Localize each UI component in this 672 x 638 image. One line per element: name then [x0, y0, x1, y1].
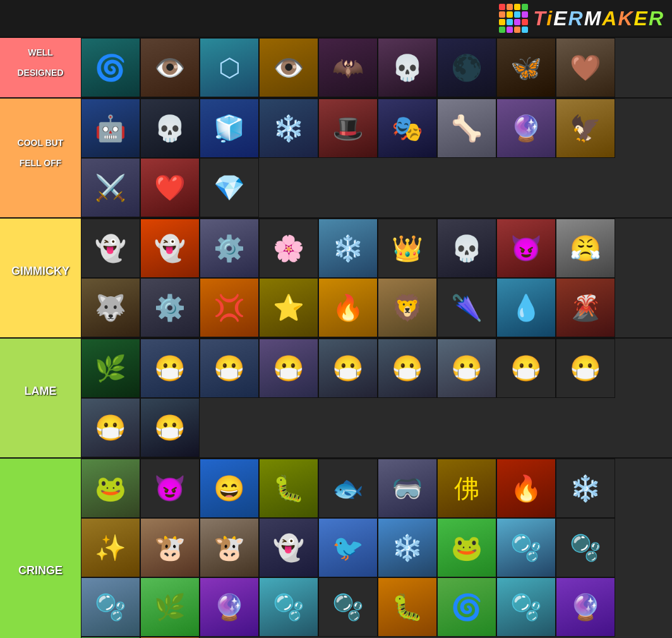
character-symbol: 🐸	[95, 476, 126, 501]
character-symbol: ⭐	[273, 295, 304, 320]
tier-item[interactable]: 🌿	[81, 339, 140, 398]
tier-item[interactable]: 🌂	[437, 278, 496, 337]
logo-cell	[507, 4, 513, 10]
tier-item[interactable]: 佛	[437, 459, 496, 518]
tier-item[interactable]: 👑	[378, 219, 437, 278]
tier-item[interactable]: 💢	[200, 278, 259, 337]
tier-label-text: GIMMICKY	[11, 265, 69, 278]
character-symbol: 🐮	[213, 535, 245, 560]
tier-item[interactable]: 😷	[496, 339, 556, 398]
tier-item[interactable]: ❄️	[318, 219, 378, 278]
tier-item[interactable]: 💎	[200, 158, 259, 217]
tier-item[interactable]: 🫧	[318, 577, 378, 637]
tier-item[interactable]: 🌀	[437, 577, 496, 637]
tier-item[interactable]: 😷	[200, 339, 259, 398]
tier-item[interactable]: 🐺	[81, 278, 140, 337]
tier-item[interactable]: 😷	[259, 339, 318, 398]
character-symbol: 😷	[570, 356, 601, 381]
tier-item[interactable]: 🤎	[556, 38, 615, 97]
tier-item[interactable]: 😷	[437, 339, 496, 398]
tier-item[interactable]: 😤	[556, 219, 615, 278]
logo-cell	[522, 11, 528, 18]
tier-item[interactable]: 😈	[496, 219, 556, 278]
tier-item[interactable]: 🐸	[437, 518, 496, 577]
tier-item[interactable]: 🐮	[140, 518, 200, 577]
character-symbol: 🐛	[392, 594, 423, 620]
tier-item[interactable]: ⭐	[259, 278, 318, 337]
tier-item[interactable]: 🦴	[437, 99, 496, 158]
tier-item[interactable]: 😄	[200, 459, 259, 518]
tier-item[interactable]: 😷	[140, 339, 200, 398]
tier-item[interactable]: ⚔️	[81, 158, 140, 217]
tier-item[interactable]: 🔮	[556, 577, 615, 637]
character-symbol: 🐸	[451, 535, 483, 560]
tier-item[interactable]: 👻	[259, 518, 318, 577]
tier-item[interactable]: 🔥	[318, 278, 378, 337]
tier-item[interactable]: 👻	[140, 219, 200, 278]
character-symbol: ❄️	[570, 476, 601, 501]
tier-item[interactable]: 🌋	[556, 278, 615, 337]
tier-item[interactable]: 🥽	[378, 459, 437, 518]
logo-cell	[514, 4, 520, 10]
tier-item[interactable]: 🦇	[318, 38, 378, 97]
tier-item[interactable]: 🔮	[200, 577, 259, 637]
tier-item[interactable]: 🔥	[496, 459, 556, 518]
tier-item[interactable]: 💀	[437, 219, 496, 278]
tier-item[interactable]: ❤️	[140, 158, 200, 217]
tier-item[interactable]: ⚙️	[140, 278, 200, 337]
character-symbol: 🐦	[332, 535, 364, 560]
tier-content-cringe: 🐸😈😄🐛🐟🥽佛🔥❄️✨🐮🐮👻🐦❄️🐸🫧🫧🫧🌿🔮🫧🫧🐛🌀🫧🔮🫧🫧	[81, 459, 672, 638]
character-symbol: 佛	[454, 476, 479, 501]
tier-item[interactable]: 🌀	[81, 38, 140, 97]
tier-item[interactable]: ⚙️	[200, 219, 259, 278]
tier-item[interactable]: 🫧	[259, 577, 318, 637]
tier-item[interactable]: 😷	[378, 339, 437, 398]
tier-item[interactable]: 🌸	[259, 219, 318, 278]
tier-item[interactable]: 🫧	[496, 577, 556, 637]
tier-item[interactable]: 🤖	[81, 99, 140, 158]
tier-item[interactable]: 🌿	[140, 577, 200, 637]
tier-item[interactable]: 🦋	[496, 38, 556, 97]
tier-item[interactable]: 🐮	[200, 518, 259, 577]
tier-item[interactable]: ❄️	[378, 518, 437, 577]
character-symbol: 🎩	[332, 116, 364, 141]
tier-item[interactable]: 👻	[81, 219, 140, 278]
tier-item[interactable]: ✨	[81, 518, 140, 577]
tier-item[interactable]: 🫧	[496, 518, 556, 577]
tier-item[interactable]: 🐸	[81, 459, 140, 518]
tier-item[interactable]: 💀	[140, 99, 200, 158]
tier-item[interactable]: 🫧	[556, 518, 615, 577]
tier-item[interactable]: 🫧	[81, 577, 140, 637]
tier-item[interactable]: 💀	[378, 38, 437, 97]
character-symbol: 🌋	[570, 295, 601, 320]
character-symbol: 🔥	[332, 295, 364, 320]
tier-item[interactable]: 🐛	[259, 459, 318, 518]
tier-label-cringe: CRINGE	[0, 459, 81, 638]
tier-item[interactable]: 🔮	[496, 99, 556, 158]
character-symbol: 🧊	[213, 116, 245, 141]
tier-item[interactable]: 😷	[318, 339, 378, 398]
tier-item[interactable]: 🐛	[378, 577, 437, 637]
tier-item[interactable]: 🦁	[378, 278, 437, 337]
tier-item[interactable]: 👁️	[140, 38, 200, 97]
tier-item[interactable]: 🎭	[378, 99, 437, 158]
tier-item[interactable]: 🎩	[318, 99, 378, 158]
tier-item[interactable]: ⬡	[200, 38, 259, 97]
tier-item[interactable]: ❄️	[259, 99, 318, 158]
tier-item[interactable]: 😷	[556, 339, 615, 398]
tier-item[interactable]: 🦅	[556, 99, 615, 158]
header: TiERMAKER	[0, 0, 672, 38]
tier-item[interactable]: ❄️	[556, 459, 615, 518]
tier-item[interactable]: 👁️	[259, 38, 318, 97]
tier-item[interactable]: 🧊	[200, 99, 259, 158]
logo-cell	[499, 11, 505, 18]
tier-item[interactable]: 😈	[140, 459, 200, 518]
tier-item[interactable]: 😷	[140, 398, 200, 457]
tier-item[interactable]: 🐟	[318, 459, 378, 518]
tier-item[interactable]: 🐦	[318, 518, 378, 577]
character-symbol: 🫧	[332, 594, 364, 620]
tier-item[interactable]: 😷	[81, 398, 140, 457]
tier-item[interactable]: 🌑	[437, 38, 496, 97]
tier-item[interactable]: 💧	[496, 278, 556, 337]
logo-cell	[514, 27, 520, 33]
